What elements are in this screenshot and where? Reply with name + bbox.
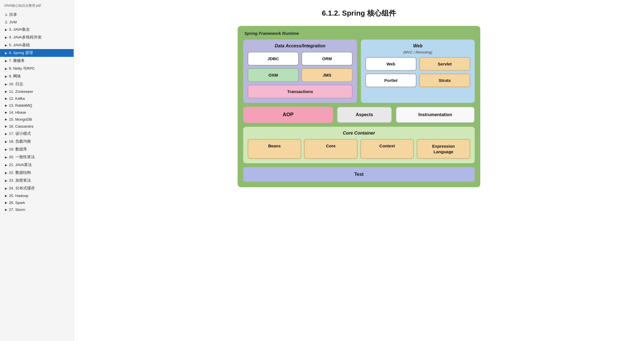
spring-diagram: Spring Framework Runtime Data Access/Int… [238, 26, 480, 187]
web-subtitle: (MVC / Remoting) [365, 50, 470, 54]
servlet-module: Servlet [419, 57, 470, 71]
sidebar-item-label: 12. Kafka [9, 96, 25, 101]
sidebar-item-label: 17. 设计模式 [9, 131, 31, 136]
web-module: Web [365, 57, 416, 71]
sidebar-item-2[interactable]: 2. JVM [0, 19, 74, 26]
chevron-right-icon: ▶ [5, 28, 7, 31]
sidebar-item-14[interactable]: ▶14. Hbase [0, 109, 74, 116]
sidebar-item-8[interactable]: ▶8. Netty 与RPC [0, 65, 74, 72]
sidebar-item-label: 14. Hbase [9, 110, 26, 115]
top-row: Data Access/Integration JDBC ORM OXM JMS… [243, 40, 475, 103]
chevron-right-icon: ▶ [5, 208, 7, 211]
chevron-right-icon: ▶ [5, 171, 7, 174]
chevron-right-icon: ▶ [5, 148, 7, 151]
sidebar-item-label: 22. 数据结构 [9, 170, 31, 175]
sidebar: JAVA核心知识点整理.pdf 1. 目录2. JVM▶3. JAVA集合▶4.… [0, 0, 74, 341]
sidebar-item-label: 5. JAVA基础 [9, 43, 30, 48]
chevron-right-icon: ▶ [5, 111, 7, 114]
sidebar-item-4[interactable]: ▶4. JAVA多线程并发 [0, 33, 74, 41]
sidebar-item-25[interactable]: ▶25. Hadoop [0, 192, 74, 199]
core-module: Core [304, 139, 358, 159]
chevron-right-icon: ▶ [5, 90, 7, 93]
chevron-right-icon: ▶ [5, 75, 7, 78]
instrumentation-box: Instrumentation [396, 107, 475, 123]
oxm-module: OXM [248, 68, 299, 82]
data-access-grid: JDBC ORM OXM JMS [248, 52, 353, 82]
sidebar-item-16[interactable]: ▶16. Cassandra [0, 123, 74, 130]
sidebar-item-10[interactable]: ▶10. 日志 [0, 80, 74, 88]
data-access-box: Data Access/Integration JDBC ORM OXM JMS… [243, 40, 357, 103]
sidebar-item-label: 15. MongoDB [9, 117, 32, 121]
page-title: 6.1.2. Spring 核心组件 [85, 8, 633, 18]
sidebar-item-label: 4. JAVA多线程并发 [9, 35, 42, 40]
sidebar-item-label: 20. 一致性算法 [9, 155, 35, 160]
web-grid: Web Servlet Portlet Struts [365, 57, 470, 87]
sidebar-item-19[interactable]: ▶19. 数据库 [0, 145, 74, 153]
chevron-right-icon: ▶ [5, 179, 7, 182]
middle-row: AOP Aspects Instrumentation [243, 107, 475, 123]
sidebar-item-label: 24. 分布式缓存 [9, 186, 35, 191]
chevron-right-icon: ▶ [5, 52, 7, 55]
sidebar-item-label: 21. JAVA算法 [9, 162, 32, 167]
chevron-right-icon: ▶ [5, 156, 7, 159]
web-box: Web (MVC / Remoting) Web Servlet Portlet… [361, 40, 475, 103]
sidebar-item-7[interactable]: ▶7. 微服务 [0, 57, 74, 65]
sidebar-item-27[interactable]: ▶27. Storm [0, 206, 74, 213]
sidebar-item-12[interactable]: ▶12. Kafka [0, 95, 74, 102]
sidebar-item-18[interactable]: ▶18. 负载均衡 [0, 138, 74, 145]
sidebar-item-label: 13. RabbitMQ [9, 103, 32, 108]
main-content: 6.1.2. Spring 核心组件 Spring Framework Runt… [74, 0, 644, 341]
sidebar-item-label: 25. Hadoop [9, 194, 28, 198]
context-module: Context [360, 139, 414, 159]
chevron-right-icon: ▶ [5, 36, 7, 39]
sidebar-item-label: 2. JVM [5, 20, 17, 24]
chevron-right-icon: ▶ [5, 132, 7, 135]
sidebar-item-24[interactable]: ▶24. 分布式缓存 [0, 184, 74, 192]
aspects-box: Aspects [337, 107, 392, 123]
sidebar-item-26[interactable]: ▶26. Spark [0, 199, 74, 206]
core-container-box: Core Container Beans Core Context Expres… [243, 127, 475, 163]
chevron-right-icon: ▶ [5, 104, 7, 107]
sidebar-item-label: 10. 日志 [9, 82, 23, 87]
sidebar-item-11[interactable]: ▶11. Zookeeper [0, 88, 74, 95]
chevron-right-icon: ▶ [5, 194, 7, 197]
web-title: Web [365, 43, 470, 48]
sidebar-item-9[interactable]: ▶9. 网络 [0, 72, 74, 80]
sidebar-item-15[interactable]: ▶15. MongoDB [0, 116, 74, 123]
chevron-right-icon: ▶ [5, 125, 7, 128]
chevron-right-icon: ▶ [5, 59, 7, 62]
sidebar-item-6[interactable]: ▶6. Spring 原理 [0, 49, 74, 57]
sidebar-item-label: 9. 网络 [9, 74, 21, 79]
jdbc-module: JDBC [248, 52, 299, 65]
sidebar-item-21[interactable]: ▶21. JAVA算法 [0, 161, 74, 169]
sidebar-item-label: 3. JAVA集合 [9, 27, 30, 32]
portlet-module: Portlet [365, 74, 416, 87]
sidebar-item-label: 26. Spark [9, 201, 25, 205]
sidebar-item-label: 6. Spring 原理 [9, 50, 33, 55]
chevron-right-icon: ▶ [5, 118, 7, 121]
chevron-right-icon: ▶ [5, 83, 7, 86]
sidebar-item-1[interactable]: 1. 目录 [0, 11, 74, 19]
chevron-right-icon: ▶ [5, 97, 7, 100]
sidebar-item-label: 23. 加密算法 [9, 178, 31, 183]
core-grid: Beans Core Context ExpressionLanguage [248, 139, 470, 159]
sidebar-item-13[interactable]: ▶13. RabbitMQ [0, 102, 74, 109]
chevron-right-icon: ▶ [5, 164, 7, 167]
sidebar-item-label: 8. Netty 与RPC [9, 66, 35, 71]
sidebar-item-20[interactable]: ▶20. 一致性算法 [0, 153, 74, 161]
sidebar-item-5[interactable]: ▶5. JAVA基础 [0, 41, 74, 49]
sidebar-item-23[interactable]: ▶23. 加密算法 [0, 177, 74, 184]
sidebar-item-17[interactable]: ▶17. 设计模式 [0, 130, 74, 138]
sidebar-item-3[interactable]: ▶3. JAVA集合 [0, 26, 74, 33]
beans-module: Beans [248, 139, 301, 159]
orm-module: ORM [302, 52, 353, 65]
aop-box: AOP [243, 107, 333, 123]
sidebar-item-label: 19. 数据库 [9, 147, 27, 152]
sidebar-item-22[interactable]: ▶22. 数据结构 [0, 169, 74, 177]
chevron-right-icon: ▶ [5, 201, 7, 204]
chevron-right-icon: ▶ [5, 187, 7, 190]
diagram-label: Spring Framework Runtime [243, 31, 475, 36]
chevron-right-icon: ▶ [5, 67, 7, 70]
core-container-title: Core Container [248, 131, 470, 136]
sidebar-item-label: 16. Cassandra [9, 124, 33, 128]
